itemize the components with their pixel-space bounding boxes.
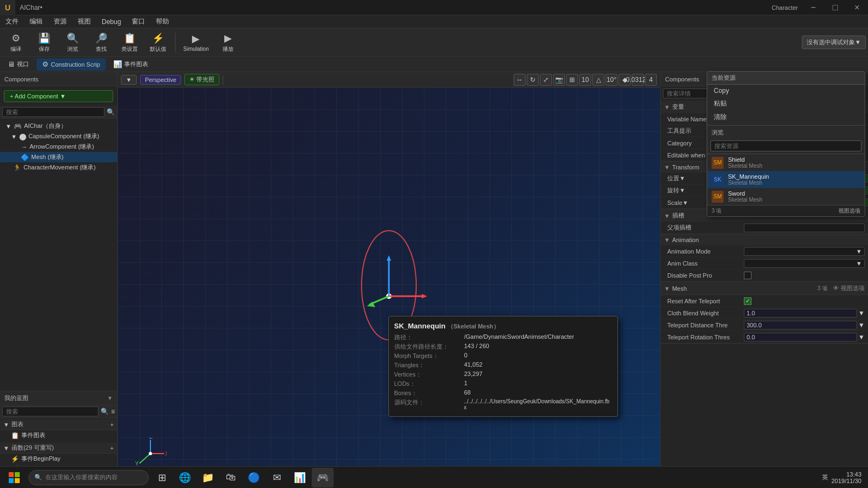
ctx-asset-sword[interactable]: SM Sword Skeletal Mesh	[707, 188, 865, 205]
teleport-rot-row: ▼	[744, 333, 865, 342]
find-button[interactable]: 🔎 查找	[88, 30, 115, 55]
menu-file[interactable]: 文件	[0, 15, 24, 28]
menu-edit[interactable]: 编辑	[24, 15, 48, 28]
mesh-section-header[interactable]: ▼ Mesh 3 项 👁 视图选项	[661, 282, 868, 295]
cloth-blend-arrow-icon[interactable]: ▼	[858, 309, 865, 317]
bp-item-event-graph[interactable]: 📋 事件图表	[0, 430, 117, 440]
lighting-label: 带光照	[196, 75, 214, 84]
play-button[interactable]: ▶ 播放	[214, 30, 242, 55]
angle-value[interactable]: 10°	[605, 74, 617, 86]
ctx-asset-sk-mannequin[interactable]: SK SK_Mannequin Skeletal Mesh	[707, 171, 865, 188]
camera-speed[interactable]: 📷	[553, 74, 565, 86]
store-button[interactable]: 🛍	[220, 468, 242, 487]
ctx-asset-shield[interactable]: SM Shield Skeletal Mesh	[707, 154, 865, 171]
components-header: Components	[0, 72, 117, 86]
tab-events[interactable]: 📊 事件图表	[108, 58, 154, 70]
tab-viewport[interactable]: 🖥 视口	[2, 58, 34, 70]
tree-item-mesh[interactable]: 🔷 Mesh (继承)	[0, 152, 117, 162]
grid-size[interactable]: 10	[579, 74, 591, 86]
ctx-clear[interactable]: 清除	[707, 110, 865, 124]
grid-toggle[interactable]: ⊞	[566, 74, 578, 86]
taskbar-search-placeholder: 在这里输入你要搜索的内容	[45, 473, 118, 481]
snap-value[interactable]: 0.03125	[632, 74, 644, 86]
cloth-blend-input[interactable]	[744, 309, 857, 318]
view-mode-button[interactable]: ▼	[121, 75, 137, 85]
menu-debug[interactable]: Debug	[96, 15, 126, 28]
teleport-rot-input[interactable]	[744, 333, 857, 342]
bp-section-graphs: ▼ 图表 + 📋 事件图表	[0, 418, 117, 442]
find-label: 查找	[96, 45, 107, 53]
folder-button[interactable]: 📁	[197, 468, 219, 487]
translate-tool[interactable]: ↔	[514, 74, 526, 86]
browse-label: 浏览	[67, 45, 78, 53]
tree-item-capsule[interactable]: ▼ ⬤ CapsuleComponent (继承)	[0, 131, 117, 142]
ctx-search-input[interactable]	[710, 140, 861, 151]
taskbar-time-area: 13:43 2019/11/30	[831, 471, 861, 484]
animation-mode-dropdown[interactable]: ▼	[744, 247, 865, 256]
add-function-button[interactable]: +	[110, 445, 114, 451]
taskview-button[interactable]: ⊞	[151, 468, 173, 487]
browse-button[interactable]: 🔍 浏览	[59, 30, 86, 55]
simulation-button[interactable]: ▶ Simulation	[179, 30, 213, 55]
class-settings-button[interactable]: 📋 类设置	[116, 30, 143, 55]
animation-section-header[interactable]: ▼ Animation	[661, 234, 868, 245]
perspective-button[interactable]: Perspective	[140, 75, 181, 85]
bp-section-graphs-header[interactable]: ▼ 图表 +	[0, 419, 117, 430]
chrome-button[interactable]: 🔵	[243, 468, 265, 487]
anim-class-label: Anim Class	[667, 260, 744, 267]
menu-assets[interactable]: 资源	[48, 15, 72, 28]
compile-label: 编译	[10, 45, 21, 53]
rotate-tool[interactable]: ↻	[527, 74, 539, 86]
debug-filter-select[interactable]: 没有选中调试对象▼	[802, 36, 866, 49]
tree-item-aichar[interactable]: ▼ 🎮 AIChar（自身）	[0, 121, 117, 131]
anim-class-dropdown[interactable]: ▼	[744, 259, 865, 268]
start-button[interactable]	[2, 468, 26, 487]
close-button[interactable]: ×	[846, 0, 868, 15]
defaults-button[interactable]: ⚡ 默认值	[144, 30, 172, 55]
class-settings-icon: 📋	[124, 32, 136, 44]
menu-help[interactable]: 帮助	[150, 15, 174, 28]
asset-tooltip: SK_Mannequin （Skeletal Mesh） 路径： /Game/D…	[388, 316, 618, 417]
ctx-copy[interactable]: Copy	[707, 85, 865, 97]
my-blueprint-collapse[interactable]: ▼	[107, 395, 113, 401]
angle-toggle[interactable]: △	[592, 74, 604, 86]
disable-post-checkbox[interactable]	[744, 272, 752, 279]
menu-window[interactable]: 窗口	[126, 15, 150, 28]
reset-teleport-checkbox[interactable]	[744, 297, 752, 305]
blueprint-search-input[interactable]	[2, 407, 98, 416]
bp-section-functions-header[interactable]: ▼ 函数(29 可重写) +	[0, 443, 117, 454]
save-button[interactable]: 💾 保存	[31, 30, 58, 55]
events-tab-icon: 📊	[113, 60, 122, 68]
bp-item-beginplay[interactable]: ⚡ 事件BeginPlay	[0, 454, 117, 464]
teleport-dist-arrow-icon[interactable]: ▼	[858, 321, 865, 329]
screen-size[interactable]: 4	[645, 74, 657, 86]
menu-view[interactable]: 视图	[72, 15, 96, 28]
construction-tab-icon: ⚙	[42, 60, 49, 68]
compile-button[interactable]: ⚙ 编译	[2, 30, 30, 55]
ctx-paste[interactable]: 粘贴	[707, 97, 865, 110]
lighting-button[interactable]: ☀ 带光照	[184, 74, 219, 85]
view-options-icon[interactable]: 👁 视图选项	[833, 284, 865, 292]
scale-tool[interactable]: ⤢	[540, 74, 552, 86]
ue-button[interactable]: 🎮	[312, 468, 334, 487]
defaults-label: 默认值	[150, 45, 166, 53]
tab-construction[interactable]: ⚙ Construction Scrip	[37, 58, 106, 70]
taskbar-search-bar[interactable]: 🔍 在这里输入你要搜索的内容	[28, 470, 149, 485]
teleport-dist-input[interactable]	[744, 321, 857, 330]
components-search-input[interactable]	[2, 107, 104, 117]
ppt-button[interactable]: 📊	[289, 468, 311, 487]
maximize-button[interactable]: □	[824, 0, 846, 15]
ctx-view-options[interactable]: 视图选项	[838, 207, 860, 215]
minimize-button[interactable]: −	[802, 0, 824, 15]
add-component-button[interactable]: + Add Component ▼	[4, 90, 113, 102]
tree-item-movement[interactable]: 🏃 CharacterMovement (继承)	[0, 162, 117, 173]
shield-info: Shield Skeletal Mesh	[728, 156, 860, 169]
mail-button[interactable]: ✉	[266, 468, 288, 487]
tooltip-triangles-row: Triangles： 41,052	[394, 361, 612, 370]
tooltip-triangles-value: 41,052	[464, 361, 483, 369]
teleport-rot-arrow-icon[interactable]: ▼	[858, 333, 865, 341]
parent-slot-input[interactable]	[744, 224, 865, 232]
tree-item-arrow[interactable]: → ArrowComponent (继承)	[0, 142, 117, 152]
add-graph-button[interactable]: +	[110, 421, 114, 428]
edge-button[interactable]: 🌐	[174, 468, 196, 487]
